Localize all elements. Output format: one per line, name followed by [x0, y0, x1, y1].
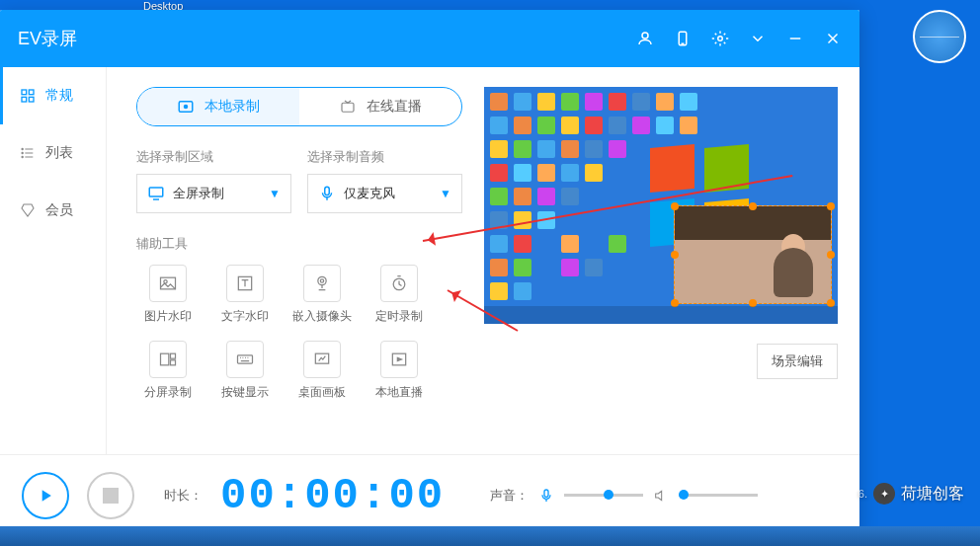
record-stop-button[interactable]	[87, 472, 134, 519]
preview-panel: 场景编辑	[484, 87, 838, 454]
settings-icon[interactable]	[711, 30, 729, 47]
tool-label: 文字水印	[221, 308, 269, 325]
tab-label: 本地录制	[204, 98, 260, 116]
mobile-icon[interactable]	[674, 30, 692, 47]
sidebar-item-list[interactable]: 列表	[0, 124, 106, 182]
svg-point-14	[22, 148, 23, 149]
keyboard-icon	[226, 341, 264, 378]
tool-label: 分屏录制	[144, 384, 192, 401]
tool-text-watermark[interactable]: 文字水印	[213, 261, 277, 329]
bottom-bar: 时长： 00:00:00 声音：	[0, 454, 859, 535]
area-section-label: 选择录制区域	[136, 148, 291, 166]
app-window: EV录屏 常规 列表 会员	[0, 10, 859, 535]
play-icon	[36, 486, 55, 506]
area-select[interactable]: 全屏录制 ▼	[136, 174, 291, 213]
preview-taskbar	[484, 306, 838, 324]
tool-timer-record[interactable]: 定时录制	[368, 261, 431, 329]
svg-point-26	[318, 276, 326, 284]
chevron-down-icon: ▼	[269, 187, 281, 200]
record-mode-tabs: 本地录制 在线直播	[136, 87, 462, 126]
sidebar-item-label: 常规	[45, 87, 73, 105]
audio-select-value: 仅麦克风	[344, 185, 395, 202]
windows-taskbar[interactable]	[0, 526, 980, 546]
sidebar: 常规 列表 会员	[0, 67, 107, 454]
resize-handle[interactable]	[671, 251, 679, 259]
svg-point-16	[22, 156, 23, 157]
scene-edit-button[interactable]: 场景编辑	[757, 344, 838, 379]
duration-value: 00:00:00	[220, 471, 445, 520]
clock-icon	[380, 265, 418, 302]
svg-point-15	[22, 152, 23, 153]
main-area: 本地录制 在线直播 选择录制区域 选择录制音频	[107, 67, 859, 454]
svg-rect-7	[22, 90, 27, 95]
text-icon	[226, 265, 264, 302]
tool-embed-camera[interactable]: 嵌入摄像头	[290, 261, 354, 329]
svg-point-0	[642, 33, 648, 39]
grid-icon	[20, 88, 36, 104]
image-watermark: 6. ✦ 荷塘创客	[858, 483, 964, 505]
app-title: EV录屏	[18, 27, 636, 50]
record-start-button[interactable]	[22, 472, 69, 519]
mic-volume-slider[interactable]	[564, 494, 643, 497]
minimize-icon[interactable]	[786, 30, 804, 47]
audio-select[interactable]: 仅麦克风 ▼	[307, 174, 462, 213]
svg-rect-8	[29, 90, 34, 95]
tool-label: 本地直播	[375, 384, 423, 401]
tool-desktop-board[interactable]: 桌面画板	[290, 337, 354, 405]
tab-local-record[interactable]: 本地录制	[137, 88, 299, 125]
board-icon	[303, 341, 341, 378]
svg-point-27	[320, 279, 323, 282]
tool-label: 按键显示	[221, 384, 269, 401]
desktop-clock-widget	[913, 10, 966, 63]
resize-handle[interactable]	[827, 202, 835, 210]
tab-live[interactable]: 在线直播	[299, 88, 461, 125]
monitor-icon	[147, 185, 165, 202]
aux-tools-grid: 图片水印 文字水印 嵌入摄像头 定时录制 分屏录制 按键显示 桌面画板 本地直播	[136, 261, 462, 405]
tool-label: 桌面画板	[298, 384, 346, 401]
svg-point-3	[718, 37, 723, 41]
close-icon[interactable]	[824, 30, 842, 47]
sidebar-item-member[interactable]: 会员	[0, 182, 106, 239]
camera-person-body	[774, 248, 813, 297]
svg-rect-35	[544, 490, 548, 497]
wechat-icon: ✦	[873, 483, 895, 505]
camera-overlay[interactable]	[674, 205, 832, 304]
live-icon	[339, 98, 357, 116]
chevron-down-icon: ▼	[440, 187, 451, 200]
dropdown-icon[interactable]	[749, 30, 767, 47]
duration-label: 时长：	[164, 487, 203, 505]
tool-label: 定时录制	[375, 308, 423, 325]
tool-split-record[interactable]: 分屏录制	[136, 337, 200, 405]
tool-image-watermark[interactable]: 图片水印	[136, 261, 200, 329]
watermark-version: 6.	[858, 488, 867, 500]
resize-handle[interactable]	[827, 251, 835, 259]
tool-key-display[interactable]: 按键显示	[213, 337, 277, 405]
image-icon	[149, 265, 187, 302]
svg-rect-20	[149, 188, 163, 196]
resize-handle[interactable]	[671, 202, 679, 210]
tool-local-cast[interactable]: 本地直播	[368, 337, 431, 405]
svg-rect-19	[342, 103, 354, 112]
svg-rect-22	[325, 187, 330, 195]
svg-rect-10	[29, 97, 34, 102]
aux-section-label: 辅助工具	[136, 235, 462, 253]
user-icon[interactable]	[636, 30, 654, 47]
sidebar-item-normal[interactable]: 常规	[0, 67, 106, 124]
area-select-value: 全屏录制	[173, 185, 224, 202]
camera-icon	[303, 265, 341, 302]
mic-icon[interactable]	[538, 488, 554, 504]
preview-screen[interactable]	[484, 87, 838, 324]
svg-rect-29	[161, 353, 169, 365]
speaker-icon[interactable]	[653, 488, 669, 504]
resize-handle[interactable]	[749, 202, 757, 210]
watermark-text: 荷塘创客	[901, 484, 964, 505]
stop-icon	[103, 488, 119, 504]
audio-section-label: 选择录制音频	[307, 148, 462, 166]
record-icon	[177, 98, 195, 116]
volume-control: 声音：	[490, 487, 758, 505]
speaker-volume-slider[interactable]	[679, 494, 758, 497]
volume-label: 声音：	[490, 487, 529, 505]
svg-rect-31	[171, 360, 176, 365]
titlebar: EV录屏	[0, 10, 859, 67]
svg-rect-9	[22, 97, 27, 102]
